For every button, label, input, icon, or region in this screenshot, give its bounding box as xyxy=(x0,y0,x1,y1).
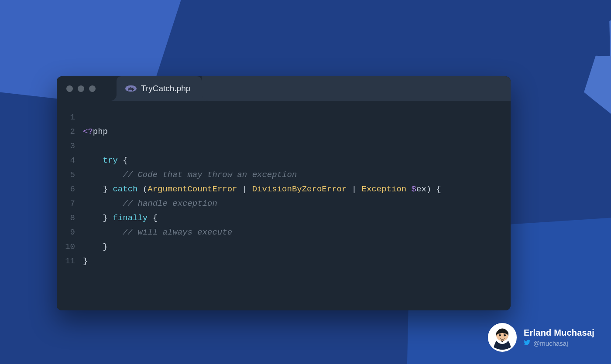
code-window: php TryCatch.php 1 2 3 4 5 6 7 8 9 10 11… xyxy=(57,76,511,310)
author-name: Erland Muchasaj xyxy=(524,328,594,338)
line-number: 8 xyxy=(57,211,75,225)
line-number: 10 xyxy=(57,240,75,254)
code-content[interactable]: <?php try { // Code that may throw an ex… xyxy=(83,110,511,297)
avatar xyxy=(488,323,517,352)
line-number: 6 xyxy=(57,182,75,197)
tab-filename: TryCatch.php xyxy=(141,84,190,93)
svg-point-2 xyxy=(499,334,501,337)
code-line: // Code that may throw an exception xyxy=(83,170,297,180)
line-number: 4 xyxy=(57,153,75,168)
code-line: // will always execute xyxy=(83,228,232,237)
line-number: 11 xyxy=(57,254,75,269)
file-tab[interactable]: php TryCatch.php xyxy=(117,76,202,101)
author-credit: Erland Muchasaj @muchasaj xyxy=(488,323,594,352)
line-number: 5 xyxy=(57,168,75,182)
maximize-icon[interactable] xyxy=(89,85,96,92)
code-line: } xyxy=(83,256,88,266)
tab-bar-remainder xyxy=(202,76,511,101)
code-line: try { xyxy=(83,156,128,165)
line-number: 9 xyxy=(57,225,75,240)
line-number-gutter: 1 2 3 4 5 6 7 8 9 10 11 xyxy=(57,110,83,297)
twitter-icon xyxy=(524,340,531,347)
close-icon[interactable] xyxy=(66,85,73,92)
line-number: 1 xyxy=(57,110,75,125)
code-line: } xyxy=(83,242,108,252)
code-line: <?php xyxy=(83,127,108,136)
code-line: } catch (ArgumentCountError | DivisionBy… xyxy=(83,184,441,194)
traffic-lights xyxy=(57,85,96,92)
line-number: 3 xyxy=(57,139,75,153)
svg-rect-5 xyxy=(503,334,506,334)
code-line xyxy=(83,141,88,151)
author-handle-text: @muchasaj xyxy=(533,340,568,347)
minimize-icon[interactable] xyxy=(78,85,84,92)
svg-point-3 xyxy=(504,334,506,337)
line-number: 2 xyxy=(57,125,75,139)
avatar-illustration xyxy=(489,324,515,350)
code-line: // handle exception xyxy=(83,199,217,208)
code-line xyxy=(83,271,88,280)
line-number: 7 xyxy=(57,197,75,211)
author-handle[interactable]: @muchasaj xyxy=(524,340,594,347)
code-line: } finally { xyxy=(83,213,158,223)
window-title-bar: php TryCatch.php xyxy=(57,76,511,101)
code-area: 1 2 3 4 5 6 7 8 9 10 11 <?php try { // C… xyxy=(57,101,511,310)
php-icon: php xyxy=(125,85,137,92)
svg-rect-4 xyxy=(499,334,502,334)
